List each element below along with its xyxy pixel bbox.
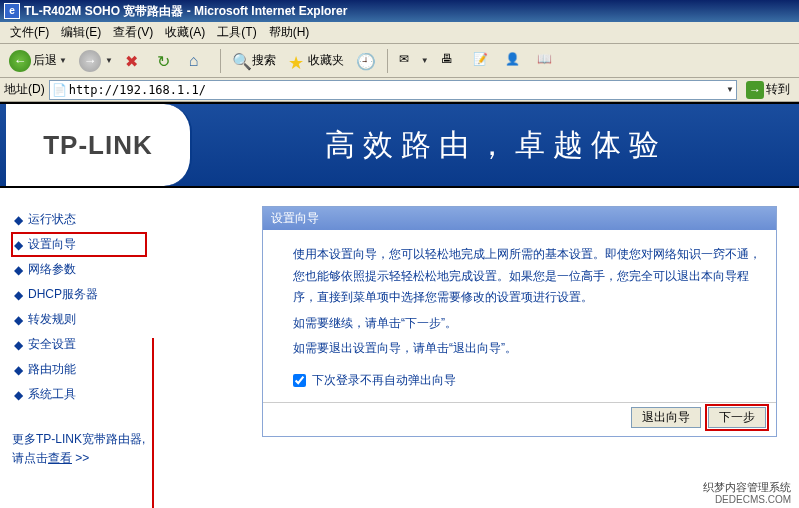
bullet-icon: ◆ xyxy=(14,313,28,327)
sidebar-item-label: 安全设置 xyxy=(28,336,76,353)
sidebar-item-label: 路由功能 xyxy=(28,361,76,378)
print-button[interactable]: 🖶 xyxy=(436,49,466,73)
bullet-icon: ◆ xyxy=(14,288,28,302)
annotation-line xyxy=(152,338,154,508)
checkbox-label: 下次登录不再自动弹出向导 xyxy=(312,370,456,392)
dont-show-checkbox[interactable] xyxy=(293,374,306,387)
wizard-checkbox-row: 下次登录不再自动弹出向导 xyxy=(293,370,770,392)
sidebar-item-label: 运行状态 xyxy=(28,211,76,228)
separator xyxy=(387,49,388,73)
history-button[interactable]: 🕘 xyxy=(351,49,381,73)
menu-bar: 文件(F) 编辑(E) 查看(V) 收藏(A) 工具(T) 帮助(H) xyxy=(0,22,799,44)
mail-icon: ✉ xyxy=(399,52,417,70)
main-panel: 设置向导 使用本设置向导，您可以轻松地完成上网所需的基本设置。即使您对网络知识一… xyxy=(152,188,799,508)
menu-favorites[interactable]: 收藏(A) xyxy=(159,22,211,43)
window-title: TL-R402M SOHO 宽带路由器 - Microsoft Internet… xyxy=(24,3,347,20)
back-label: 后退 xyxy=(33,52,57,69)
back-icon: ← xyxy=(9,50,31,72)
messenger-button[interactable]: 👤 xyxy=(500,49,530,73)
banner: TP-LINK 高效路由，卓越体验 xyxy=(0,102,799,188)
wizard-text-1: 使用本设置向导，您可以轻松地完成上网所需的基本设置。即使您对网络知识一窍不通，您… xyxy=(293,244,770,309)
mail-button[interactable]: ✉▼ xyxy=(394,49,434,73)
back-button[interactable]: ← 后退 ▼ xyxy=(4,47,72,75)
sidebar-item-systools[interactable]: ◆系统工具 xyxy=(12,383,146,406)
stop-button[interactable]: ✖ xyxy=(120,49,150,73)
menu-tools[interactable]: 工具(T) xyxy=(211,22,262,43)
favorites-button[interactable]: ★收藏夹 xyxy=(283,49,349,73)
brand-slogan: 高效路由，卓越体验 xyxy=(192,125,799,166)
separator xyxy=(220,49,221,73)
sidebar-item-wizard[interactable]: ◆设置向导 xyxy=(12,233,146,256)
sidebar-more: 更多TP-LINK宽带路由器,请点击查看 >> xyxy=(12,430,146,468)
wizard-body: 使用本设置向导，您可以轻松地完成上网所需的基本设置。即使您对网络知识一窍不通，您… xyxy=(263,230,776,402)
exit-wizard-button[interactable]: 退出向导 xyxy=(631,407,701,428)
watermark-zh: 织梦内容管理系统 xyxy=(703,481,791,494)
address-label: 地址(D) xyxy=(4,81,45,98)
sidebar-item-status[interactable]: ◆运行状态 xyxy=(12,208,146,231)
bullet-icon: ◆ xyxy=(14,213,28,227)
chevron-down-icon: ▼ xyxy=(59,56,67,65)
menu-view[interactable]: 查看(V) xyxy=(107,22,159,43)
forward-icon: → xyxy=(79,50,101,72)
home-button[interactable]: ⌂ xyxy=(184,49,214,73)
wizard-panel: 设置向导 使用本设置向导，您可以轻松地完成上网所需的基本设置。即使您对网络知识一… xyxy=(262,206,777,437)
sidebar-item-label: 设置向导 xyxy=(28,236,76,253)
menu-help[interactable]: 帮助(H) xyxy=(263,22,316,43)
sidebar-item-security[interactable]: ◆安全设置 xyxy=(12,333,146,356)
wizard-text-3: 如需要退出设置向导，请单击“退出向导”。 xyxy=(293,338,770,360)
window-titlebar: e TL-R402M SOHO 宽带路由器 - Microsoft Intern… xyxy=(0,0,799,22)
wizard-text-2: 如需要继续，请单击“下一步”。 xyxy=(293,313,770,335)
edit-icon: 📝 xyxy=(473,52,491,70)
chevron-down-icon: ▼ xyxy=(421,56,429,65)
address-input-wrap[interactable]: 📄 ▼ xyxy=(49,80,737,100)
bullet-icon: ◆ xyxy=(14,238,28,252)
page-icon: 📄 xyxy=(52,83,67,97)
watermark: 织梦内容管理系统 DEDECMS.COM xyxy=(703,481,791,506)
sidebar-item-forward[interactable]: ◆转发规则 xyxy=(12,308,146,331)
go-icon: → xyxy=(746,81,764,99)
bullet-icon: ◆ xyxy=(14,338,28,352)
toolbar: ← 后退 ▼ → ▼ ✖ ↻ ⌂ 🔍搜索 ★收藏夹 🕘 ✉▼ 🖶 📝 👤 📖 xyxy=(0,44,799,78)
refresh-icon: ↻ xyxy=(157,52,175,70)
history-icon: 🕘 xyxy=(356,52,374,70)
logo-wrap: TP-LINK xyxy=(6,104,192,186)
research-icon: 📖 xyxy=(537,52,555,70)
address-input[interactable] xyxy=(69,83,724,97)
favorites-label: 收藏夹 xyxy=(308,52,344,69)
next-button[interactable]: 下一步 xyxy=(708,407,766,428)
sidebar-item-routing[interactable]: ◆路由功能 xyxy=(12,358,146,381)
research-button[interactable]: 📖 xyxy=(532,49,562,73)
sidebar-item-label: DHCP服务器 xyxy=(28,286,98,303)
menu-file[interactable]: 文件(F) xyxy=(4,22,55,43)
brand-logo: TP-LINK xyxy=(43,130,153,161)
home-icon: ⌂ xyxy=(189,52,207,70)
sidebar-item-dhcp[interactable]: ◆DHCP服务器 xyxy=(12,283,146,306)
edit-button[interactable]: 📝 xyxy=(468,49,498,73)
sidebar-item-label: 转发规则 xyxy=(28,311,76,328)
watermark-en: DEDECMS.COM xyxy=(703,494,791,506)
more-suffix: >> xyxy=(72,451,89,465)
chevron-down-icon[interactable]: ▼ xyxy=(726,85,734,94)
ie-icon: e xyxy=(4,3,20,19)
stop-icon: ✖ xyxy=(125,52,143,70)
search-button[interactable]: 🔍搜索 xyxy=(227,49,281,73)
go-button[interactable]: → 转到 xyxy=(741,78,795,102)
wizard-title: 设置向导 xyxy=(263,207,776,230)
sidebar-item-label: 系统工具 xyxy=(28,386,76,403)
go-label: 转到 xyxy=(766,81,790,98)
bullet-icon: ◆ xyxy=(14,263,28,277)
star-icon: ★ xyxy=(288,52,306,70)
sidebar: ◆运行状态 ◆设置向导 ◆网络参数 ◆DHCP服务器 ◆转发规则 ◆安全设置 ◆… xyxy=(0,188,152,508)
bullet-icon: ◆ xyxy=(14,363,28,377)
forward-button[interactable]: → ▼ xyxy=(74,47,118,75)
address-bar: 地址(D) 📄 ▼ → 转到 xyxy=(0,78,799,102)
sidebar-item-network[interactable]: ◆网络参数 xyxy=(12,258,146,281)
sidebar-item-label: 网络参数 xyxy=(28,261,76,278)
wizard-footer: 退出向导 下一步 xyxy=(263,402,776,436)
bullet-icon: ◆ xyxy=(14,388,28,402)
more-link[interactable]: 查看 xyxy=(48,451,72,465)
chevron-down-icon: ▼ xyxy=(105,56,113,65)
refresh-button[interactable]: ↻ xyxy=(152,49,182,73)
menu-edit[interactable]: 编辑(E) xyxy=(55,22,107,43)
search-label: 搜索 xyxy=(252,52,276,69)
